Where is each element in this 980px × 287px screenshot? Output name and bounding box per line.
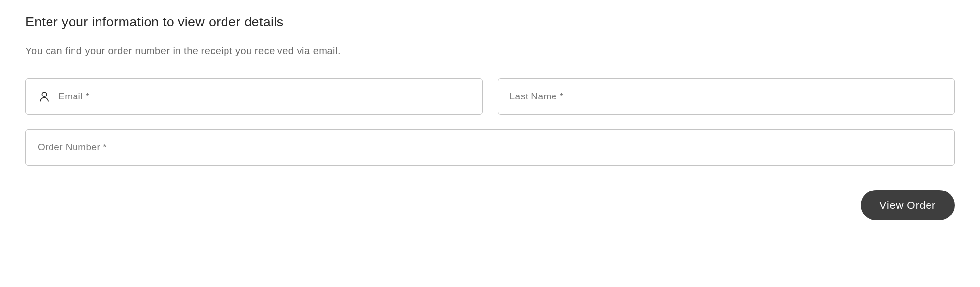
- order-number-field[interactable]: [38, 130, 942, 165]
- form-row-bottom: [25, 129, 955, 166]
- email-field[interactable]: [58, 79, 471, 114]
- form-row-top: [25, 78, 955, 115]
- person-icon: [38, 90, 50, 103]
- page-subtitle: You can find your order number in the re…: [25, 46, 955, 57]
- last-name-field[interactable]: [510, 79, 943, 114]
- page-title: Enter your information to view order det…: [25, 15, 955, 30]
- button-row: View Order: [25, 190, 955, 220]
- last-name-input-wrapper[interactable]: [498, 78, 955, 115]
- svg-point-0: [42, 92, 46, 96]
- email-input-wrapper[interactable]: [25, 78, 483, 115]
- order-number-input-wrapper[interactable]: [25, 129, 955, 166]
- view-order-button[interactable]: View Order: [861, 190, 955, 220]
